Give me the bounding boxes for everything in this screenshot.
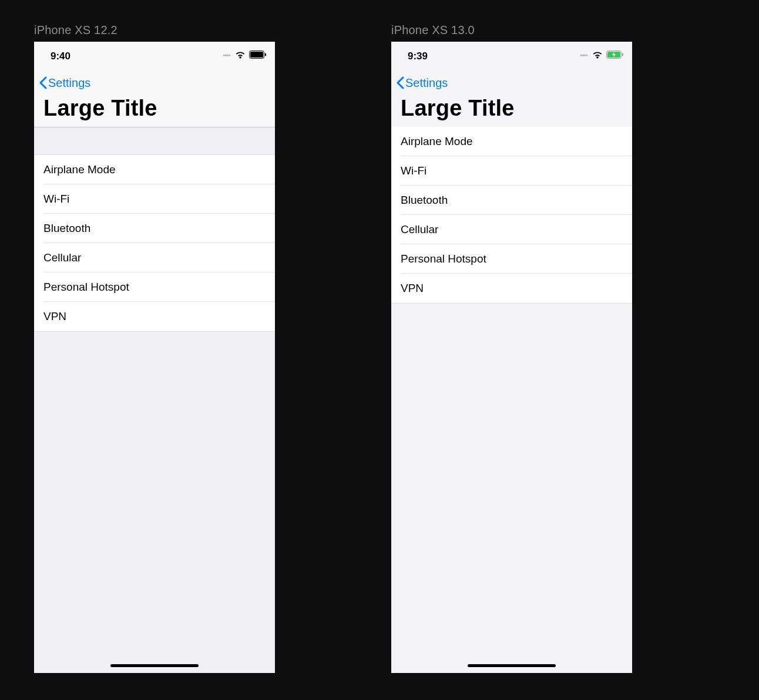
status-right-cluster: ••••	[580, 51, 624, 61]
grouped-table-spacer	[34, 127, 275, 155]
status-time: 9:40	[51, 51, 70, 62]
list-item-label: Airplane Mode	[401, 135, 473, 148]
chevron-left-icon	[396, 76, 404, 89]
list-item[interactable]: Wi-Fi	[34, 184, 275, 214]
comparison-stage: iPhone XS 12.2 iPhone XS 13.0 9:40 ••••	[0, 0, 759, 700]
list-item[interactable]: Personal Hotspot	[34, 272, 275, 302]
battery-charging-icon	[606, 51, 624, 61]
back-button[interactable]: Settings	[39, 76, 90, 90]
recording-dots-icon: ••••	[223, 52, 230, 60]
list-item[interactable]: Cellular	[391, 215, 632, 244]
list-item[interactable]: Bluetooth	[34, 214, 275, 243]
list-item[interactable]: Airplane Mode	[391, 127, 632, 156]
status-right-cluster: ••••	[223, 51, 267, 61]
list-item-label: VPN	[43, 310, 66, 323]
list-item-label: Wi-Fi	[43, 193, 69, 206]
recording-dots-icon: ••••	[580, 52, 587, 60]
list-item-label: Bluetooth	[43, 222, 90, 235]
home-indicator[interactable]	[110, 664, 199, 667]
caption-right: iPhone XS 13.0	[391, 23, 475, 37]
list-item-label: Wi-Fi	[401, 164, 426, 177]
list-item-label: Personal Hotspot	[401, 253, 486, 265]
list-item[interactable]: VPN	[391, 274, 632, 303]
page-title: Large Title	[43, 96, 266, 121]
list-item-label: VPN	[401, 282, 424, 295]
list-item-label: Cellular	[401, 223, 438, 236]
wifi-icon	[592, 51, 603, 61]
chevron-left-icon	[39, 76, 47, 89]
list-item[interactable]: Bluetooth	[391, 186, 632, 215]
list-item[interactable]: Personal Hotspot	[391, 244, 632, 274]
settings-list: Airplane Mode Wi-Fi Bluetooth Cellular P…	[391, 127, 632, 304]
list-item-label: Cellular	[43, 251, 81, 264]
back-label: Settings	[48, 76, 90, 90]
large-title-wrap: Large Title	[391, 96, 632, 127]
list-item-label: Airplane Mode	[43, 163, 116, 176]
list-item[interactable]: Wi-Fi	[391, 156, 632, 186]
nav-bar: Settings	[34, 70, 275, 96]
wifi-icon	[235, 51, 246, 61]
back-button[interactable]: Settings	[396, 76, 448, 90]
battery-icon	[249, 51, 267, 61]
nav-header: 9:39 •••• Settings	[391, 42, 632, 127]
svg-rect-1	[250, 52, 263, 58]
phone-ios13: 9:39 •••• Settings	[391, 42, 632, 673]
status-bar: 9:40 ••••	[34, 42, 275, 70]
nav-bar: Settings	[391, 70, 632, 96]
phone-ios12: 9:40 •••• Settings	[34, 42, 275, 673]
svg-rect-5	[622, 53, 623, 56]
page-title: Large Title	[401, 96, 623, 121]
list-item-label: Personal Hotspot	[43, 281, 129, 294]
list-item[interactable]: Cellular	[34, 243, 275, 272]
list-item[interactable]: VPN	[34, 302, 275, 331]
large-title-wrap: Large Title	[34, 96, 275, 127]
caption-left: iPhone XS 12.2	[34, 23, 117, 37]
settings-list: Airplane Mode Wi-Fi Bluetooth Cellular P…	[34, 155, 275, 332]
nav-header: 9:40 •••• Settings	[34, 42, 275, 127]
list-item-label: Bluetooth	[401, 194, 448, 207]
home-indicator[interactable]	[468, 664, 556, 667]
back-label: Settings	[405, 76, 448, 90]
list-item[interactable]: Airplane Mode	[34, 155, 275, 184]
svg-rect-2	[265, 53, 266, 56]
status-bar: 9:39 ••••	[391, 42, 632, 70]
status-time: 9:39	[408, 51, 428, 62]
